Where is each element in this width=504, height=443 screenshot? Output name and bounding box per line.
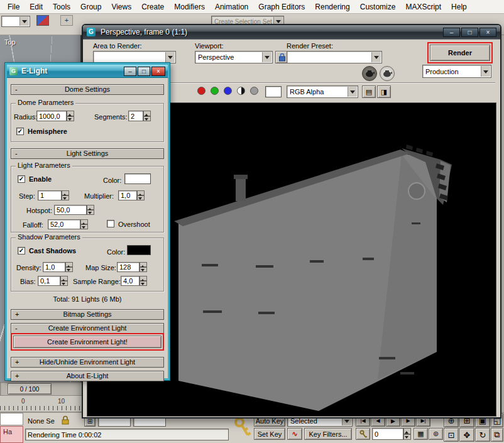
menu-edit[interactable]: Edit	[25, 1, 48, 13]
channel-display-combo[interactable]: RGB Alpha	[287, 85, 358, 98]
named-selection-combo-left[interactable]	[1, 16, 30, 27]
set-key-label: Set Key	[258, 430, 282, 438]
next-frame-icon: ▶	[406, 418, 410, 424]
green-channel-button[interactable]	[211, 87, 219, 95]
menu-maxscript[interactable]: MAXScript	[400, 1, 446, 13]
render-iterative-button[interactable]	[362, 66, 377, 81]
red-channel-button[interactable]	[197, 87, 205, 95]
menu-modifiers[interactable]: Modifiers	[169, 1, 210, 13]
minimize-button[interactable]: –	[124, 67, 136, 76]
density-field[interactable]: 1,0	[43, 262, 65, 272]
zoom-region-icon: ⊡	[448, 430, 455, 440]
rollout-create-environment-light[interactable]: - Create Environment Light	[11, 323, 164, 334]
menu-rendering[interactable]: Rendering	[310, 1, 354, 13]
elight-titlebar[interactable]: G E-Light – □ ×	[7, 65, 168, 78]
bias-field[interactable]: 0,1	[38, 276, 60, 286]
monochrome-channel-button[interactable]	[250, 87, 258, 95]
viewport-label[interactable]: Top	[4, 38, 16, 46]
crosshair-icon[interactable]: +	[60, 15, 73, 26]
hotspot-spinner[interactable]	[87, 205, 94, 215]
rollout-dome-settings[interactable]: - Dome Settings	[11, 84, 164, 95]
channel-toggle-button[interactable]: ◨	[377, 85, 391, 98]
light-color-swatch[interactable]	[124, 173, 151, 184]
maximize-button[interactable]: □	[138, 67, 150, 76]
key-mode-toggle-button[interactable]	[356, 428, 370, 440]
group-dome-parameters-title: Dome Parameters	[16, 99, 75, 106]
density-spinner[interactable]	[65, 262, 73, 272]
step-field[interactable]: 1	[38, 190, 62, 200]
curves-toggle-button[interactable]: ∿	[287, 428, 302, 440]
render-button[interactable]: Render	[430, 45, 490, 61]
hotspot-label: Hotspot:	[26, 207, 52, 214]
key-filters-button[interactable]: Key Filters...	[304, 428, 352, 440]
close-button[interactable]: ×	[151, 67, 165, 76]
radius-spinner[interactable]	[67, 111, 74, 121]
sample-range-spinner[interactable]	[140, 276, 147, 286]
render-preset-combo[interactable]	[287, 51, 382, 63]
hotspot-field[interactable]: 50,0	[54, 205, 87, 215]
render-production-button[interactable]	[380, 66, 395, 81]
selection-lock-button[interactable]	[61, 415, 72, 426]
set-key-key-button[interactable]	[234, 417, 251, 440]
density-label: Density:	[16, 264, 41, 271]
snap-3d-icon[interactable]	[36, 15, 49, 26]
menu-animation[interactable]: Animation	[210, 1, 253, 13]
map-size-field[interactable]: 128	[117, 262, 140, 272]
area-to-render-label: Area to Render:	[93, 42, 142, 50]
alpha-channel-button[interactable]	[237, 87, 245, 95]
bias-spinner[interactable]	[60, 276, 68, 286]
menu-help[interactable]: Help	[446, 1, 472, 13]
menu-graph-editors[interactable]: Graph Editors	[253, 1, 310, 13]
current-frame-spinner[interactable]	[403, 428, 411, 440]
set-key-button[interactable]: Set Key	[254, 428, 285, 440]
blue-channel-button[interactable]	[224, 87, 232, 95]
rollout-bitmap-settings[interactable]: + Bitmap Settings	[11, 309, 164, 320]
step-spinner[interactable]	[62, 190, 69, 200]
enable-checkbox[interactable]: ✓	[18, 175, 25, 183]
track-options-button[interactable]: ▦	[414, 428, 428, 440]
viewport-combo[interactable]: Perspective	[195, 51, 273, 63]
minimize-button[interactable]: –	[443, 28, 460, 37]
falloff-spinner[interactable]	[80, 219, 88, 229]
multiplier-spinner[interactable]	[137, 190, 145, 200]
orbit-button[interactable]: ↻	[475, 428, 490, 442]
menu-customize[interactable]: Customize	[355, 1, 401, 13]
mini-listener-white-row[interactable]	[0, 413, 23, 425]
shadow-color-swatch[interactable]	[127, 245, 151, 255]
rollout-hide-unhide[interactable]: + Hide/Unhide Environment Light	[11, 357, 164, 368]
maximize-viewport-button[interactable]: ⧉	[491, 428, 503, 442]
time-slider-handle[interactable]: 0 / 100	[8, 383, 52, 395]
sample-range-field[interactable]: 4,0	[121, 276, 140, 286]
menu-tools[interactable]: Tools	[48, 1, 75, 13]
current-frame-field[interactable]: 0	[372, 428, 403, 440]
area-to-render-combo[interactable]	[93, 51, 176, 63]
menu-views[interactable]: Views	[106, 1, 136, 13]
mini-listener-pink-row[interactable]: Ha	[0, 426, 23, 443]
segments-field[interactable]: 2	[128, 111, 143, 121]
create-environment-light-button[interactable]: Create Environment Light!	[13, 336, 162, 348]
multiplier-field[interactable]: 1,0	[118, 190, 137, 200]
close-button[interactable]: ×	[479, 28, 496, 37]
radius-field[interactable]: 1000,0	[36, 111, 67, 121]
color-swatch[interactable]	[265, 86, 282, 97]
production-combo[interactable]: Production	[422, 65, 491, 78]
render-window-titlebar[interactable]: G Perspective, frame 0 (1:1) – □ ×	[83, 25, 500, 39]
menu-create[interactable]: Create	[136, 1, 169, 13]
pan-button[interactable]: ✥	[459, 428, 474, 442]
cast-shadows-checkbox[interactable]: ✓	[18, 247, 25, 254]
clone-rendered-frame-button[interactable]: ▤	[362, 85, 376, 98]
key-icon	[234, 417, 251, 440]
maximize-button[interactable]: □	[461, 28, 478, 37]
time-slider-track[interactable]: 0 / 100	[0, 382, 82, 396]
menu-file[interactable]: File	[3, 1, 25, 13]
overshoot-checkbox[interactable]	[107, 220, 114, 227]
zoom-region-button[interactable]: ⊡	[444, 428, 459, 442]
map-size-spinner[interactable]	[140, 262, 147, 272]
time-configuration-button[interactable]: ⊚	[429, 428, 443, 440]
falloff-field[interactable]: 52,0	[48, 219, 80, 229]
rollout-light-settings[interactable]: - Light Settings	[11, 148, 164, 159]
hemisphere-checkbox[interactable]: ✓	[16, 128, 24, 135]
segments-spinner[interactable]	[143, 111, 151, 121]
rollout-about-elight[interactable]: + About E-Light	[11, 371, 164, 381]
menu-group[interactable]: Group	[75, 1, 106, 13]
